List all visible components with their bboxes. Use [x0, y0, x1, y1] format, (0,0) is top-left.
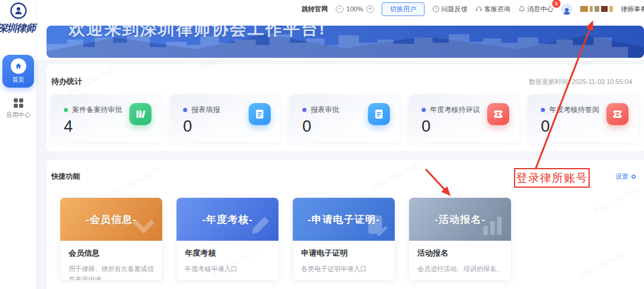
- ticket-icon: [487, 103, 509, 125]
- sidebar-item-label: 应用中心: [0, 111, 37, 119]
- quick-card-description: 用于律师、律所首次备案或信息变更申请。: [69, 263, 154, 281]
- association-logo: 深圳律师: [0, 2, 37, 35]
- quick-card-row: -会员信息- 会员信息 用于律师、律所首次备案或信息变更申请。 -年度考核- 年…: [47, 182, 644, 281]
- quick-card-title: 会员信息: [69, 248, 154, 259]
- headset-icon: [475, 5, 482, 13]
- status-dot: [302, 108, 306, 112]
- quick-function-card[interactable]: -年度考核- 年度考核 年度考核申请入口: [176, 197, 279, 281]
- todo-stat-card[interactable]: 年度考核待评议 0: [408, 95, 519, 142]
- doc-check-icon: [363, 212, 390, 240]
- user-avatar[interactable]: [561, 4, 572, 15]
- quick-function-card[interactable]: -申请电子证明- 申请电子证明 各类电子证明申请入口: [292, 197, 395, 281]
- status-dot: [64, 108, 68, 112]
- bell-icon: [518, 5, 525, 13]
- quick-card-banner-text: -活动报名-: [435, 213, 485, 226]
- quick-function-card[interactable]: -会员信息- 会员信息 用于律师、律所首次备案或信息变更申请。: [60, 197, 163, 281]
- ticket-icon: [606, 103, 628, 125]
- stat-label: 年度考核待评议: [430, 105, 480, 115]
- quick-card-banner-text: -年度考核-: [202, 213, 253, 226]
- settings-link[interactable]: 设置: [615, 172, 637, 181]
- logo-text: 深圳律师: [0, 21, 37, 35]
- pen-icon: [246, 212, 274, 240]
- stat-label: 报表填报: [191, 105, 220, 115]
- zoom-controls: − 100% +: [336, 5, 374, 13]
- redacted-account-name: [580, 6, 613, 12]
- todo-stat-row: 案件备案待审批 4 报表填报 0 报表审批 0 年度考核待评议 0 年度考核待签…: [47, 87, 644, 142]
- switch-user-button[interactable]: 切换用户: [382, 2, 425, 16]
- status-dot: [422, 108, 426, 112]
- sidebar-item-label: 首页: [13, 76, 24, 84]
- welcome-text: 欢迎来到深圳律师协会工作平台!: [69, 26, 326, 41]
- stat-label: 报表审批: [311, 105, 339, 115]
- support-link[interactable]: 客服咨询: [475, 5, 510, 14]
- zoom-out-icon[interactable]: −: [336, 5, 343, 13]
- quick-card-banner: -活动报名-: [409, 198, 511, 241]
- account-suffix[interactable]: 律师事务所: [621, 5, 644, 14]
- zoom-in-icon[interactable]: +: [366, 5, 374, 13]
- annotation-login-firm-account: 登录律所账号: [514, 168, 590, 188]
- quick-card-description: 年度考核申请入口: [185, 263, 270, 274]
- apps-grid-icon: [14, 98, 23, 108]
- quick-card-description: 会员进行活动、培训的报名。: [417, 263, 503, 274]
- quick-function-card[interactable]: -活动报名- 活动报名 会员进行活动、培训的报名。: [408, 197, 512, 281]
- quick-card-banner: -年度考核-: [177, 198, 278, 241]
- bar-chart-icon: [479, 212, 506, 240]
- quick-card-title: 申请电子证明: [301, 248, 386, 259]
- data-updated-timestamp: 数据更新时间: 2025-11-03 10:55:04: [529, 77, 632, 86]
- books-icon: [129, 103, 151, 125]
- quick-card-title: 年度考核: [185, 248, 270, 259]
- jump-official-link[interactable]: 跳转官网: [302, 5, 328, 14]
- home-icon: [11, 58, 26, 74]
- todo-stat-card[interactable]: 年度考核待签阅 0: [528, 95, 638, 142]
- association-emblem-icon: [10, 2, 27, 21]
- report-icon: [368, 103, 390, 125]
- welcome-banner: 欢迎来到深圳律师协会工作平台!: [47, 26, 644, 58]
- stat-label: 年度考核待签阅: [549, 105, 599, 115]
- todo-stat-card[interactable]: 报表填报 0: [170, 95, 280, 142]
- feedback-link[interactable]: ? 问题反馈: [432, 5, 467, 14]
- zoom-level: 100%: [346, 5, 363, 13]
- todo-panel: 待办统计 数据更新时间: 2025-11-03 10:55:04 案件备案待审批…: [47, 64, 644, 151]
- quick-card-banner: -申请电子证明-: [293, 198, 395, 241]
- quick-title: 快捷功能: [51, 172, 80, 182]
- sidebar-item-home[interactable]: 首页: [2, 55, 34, 88]
- status-dot: [541, 108, 545, 112]
- quick-card-title: 活动报名: [417, 248, 503, 259]
- todo-stat-card[interactable]: 案件备案待审批 4: [51, 95, 161, 142]
- quick-card-description: 各类电子证明申请入口: [301, 263, 386, 274]
- svg-text:?: ?: [435, 7, 437, 11]
- todo-title: 待办统计: [51, 76, 82, 87]
- chevron-down-icon: [130, 212, 157, 240]
- report-icon: [249, 103, 271, 125]
- message-center-link[interactable]: 消息中心 6: [518, 5, 553, 14]
- topbar: 跳转官网 − 100% + 切换用户 ? 问题反馈 客服咨询 消息中心 6 律师…: [302, 0, 644, 18]
- sidebar: 深圳律师 首页 应用中心: [0, 0, 37, 289]
- question-circle-icon: ?: [432, 5, 439, 13]
- sidebar-item-app-center[interactable]: 应用中心: [0, 94, 37, 119]
- quick-card-banner: -会员信息-: [60, 198, 162, 241]
- message-badge: 6: [552, 0, 561, 8]
- stat-label: 案件备案待审批: [72, 105, 122, 115]
- gear-icon: [630, 173, 637, 180]
- todo-stat-card[interactable]: 报表审批 0: [289, 95, 400, 142]
- status-dot: [183, 108, 187, 112]
- quick-card-banner-text: -会员信息-: [86, 213, 137, 226]
